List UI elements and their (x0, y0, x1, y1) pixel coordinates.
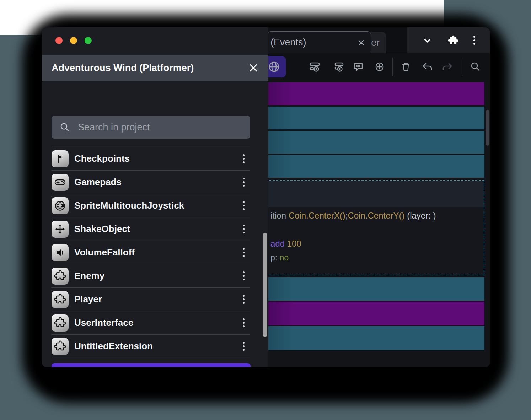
minimize-window-button[interactable] (70, 37, 77, 44)
item-menu-icon[interactable] (243, 154, 245, 163)
event-condition-block[interactable] (268, 181, 484, 207)
search-icon[interactable] (469, 61, 481, 73)
event-row-teal[interactable] (268, 107, 484, 129)
puzzle-icon (52, 291, 69, 308)
list-item[interactable]: Gamepads (52, 171, 250, 194)
list-item[interactable]: ShakeObject (52, 217, 250, 241)
list-item[interactable]: Enemy (52, 264, 250, 288)
list-item-label: UserInterface (74, 317, 133, 328)
list-item-label: Gamepads (74, 177, 122, 188)
list-item-label: UntitledExtension (74, 341, 153, 352)
gamepad-icon (52, 174, 69, 191)
item-menu-icon[interactable] (243, 225, 245, 233)
search-icon (59, 122, 70, 133)
code-segment: Coin.CenterY() (348, 211, 404, 220)
code-segment: (layer: ) (405, 211, 436, 220)
window-header-actions (407, 27, 490, 53)
search-input[interactable] (78, 122, 231, 133)
event-action-line: p: no (270, 252, 484, 263)
selected-event[interactable]: ition Coin.CenterX();Coin.CenterY() (lay… (268, 180, 484, 275)
item-menu-icon[interactable] (243, 271, 245, 280)
item-menu-icon[interactable] (243, 178, 245, 187)
event-row-teal[interactable] (268, 131, 484, 154)
list-item-label: SpriteMultitouchJoystick (74, 200, 184, 211)
item-menu-icon[interactable] (243, 318, 245, 327)
window-titlebar (42, 27, 268, 55)
add-subevent-icon[interactable] (333, 61, 345, 73)
list-item[interactable]: VolumeFalloff (52, 241, 250, 264)
add-comment-icon[interactable] (352, 61, 364, 73)
chevron-down-icon[interactable] (422, 35, 433, 46)
item-menu-icon[interactable] (243, 248, 245, 257)
list-item-label: Enemy (74, 270, 104, 281)
zoom-window-button[interactable] (85, 37, 92, 44)
close-window-button[interactable] (55, 37, 63, 44)
list-item[interactable]: SpriteMultitouchJoystick (52, 194, 250, 217)
trash-icon[interactable] (400, 61, 412, 73)
code-segment: 100 (287, 239, 301, 248)
event-row-teal[interactable] (268, 326, 484, 350)
tab-close-icon[interactable] (357, 39, 365, 47)
panel-scrollbar[interactable] (263, 233, 267, 337)
event-action-line: add 100 (270, 238, 484, 249)
list-item-label: ShakeObject (74, 224, 130, 235)
tab-events[interactable]: (Events) (267, 31, 371, 53)
list-item[interactable]: UntitledExtension (52, 335, 250, 358)
code-segment: ition (270, 211, 289, 220)
extensions-list: Checkpoints Gamepads (52, 147, 250, 358)
item-menu-icon[interactable] (243, 295, 245, 304)
item-menu-icon[interactable] (243, 342, 245, 351)
event-row-teal[interactable] (268, 277, 484, 301)
undo-icon[interactable] (422, 61, 434, 73)
search-box[interactable] (52, 116, 250, 139)
tab-events-label: (Events) (268, 37, 306, 48)
puzzle-icon (52, 268, 69, 285)
project-panel-header: Adventurous Wind (Platformer) (42, 55, 268, 81)
close-icon[interactable] (248, 63, 258, 73)
event-action-line: ition Coin.CenterX();Coin.CenterY() (lay… (270, 210, 484, 221)
create-extension-button[interactable]: Create or search for new extensions (52, 363, 251, 367)
add-event-icon[interactable] (309, 61, 321, 73)
toolbar-separator (392, 58, 393, 76)
puzzle-icon (52, 314, 69, 332)
list-item-label: VolumeFalloff (74, 247, 135, 258)
list-item-label: Checkpoints (74, 153, 130, 164)
events-scrollbar[interactable] (486, 110, 489, 146)
toolbar-separator (462, 58, 462, 76)
events-sheet: ition Coin.CenterX();Coin.CenterY() (lay… (268, 80, 490, 367)
event-row-teal[interactable] (268, 155, 484, 178)
list-item-label: Player (74, 294, 102, 305)
event-row-purple[interactable] (268, 82, 484, 105)
joystick-icon (52, 197, 69, 214)
speaker-icon (52, 244, 69, 261)
code-segment: no (280, 253, 289, 262)
project-title: Adventurous Wind (Platformer) (42, 63, 194, 74)
project-panel: Checkpoints Gamepads (42, 81, 268, 367)
code-segment: p: (270, 253, 280, 262)
code-segment: add (270, 239, 287, 248)
puzzle-icon (52, 338, 69, 355)
kebab-menu-icon[interactable] (473, 36, 475, 45)
code-segment: Coin.CenterX() (289, 211, 345, 220)
extensions-puzzle-icon[interactable] (447, 35, 459, 46)
move-icon (52, 221, 69, 238)
event-row-purple[interactable] (268, 302, 484, 325)
list-item[interactable]: Player (52, 288, 250, 311)
app-window: (Events) Debugger (42, 27, 490, 367)
flag-icon (52, 150, 69, 167)
events-toolbar (268, 53, 490, 80)
add-circle-icon[interactable] (374, 61, 386, 73)
item-menu-icon[interactable] (243, 201, 245, 210)
redo-icon[interactable] (441, 61, 453, 73)
event-actions-block[interactable]: ition Coin.CenterX();Coin.CenterY() (lay… (268, 207, 484, 275)
list-item[interactable]: Checkpoints (52, 147, 250, 171)
list-item[interactable]: UserInterface (52, 311, 250, 335)
